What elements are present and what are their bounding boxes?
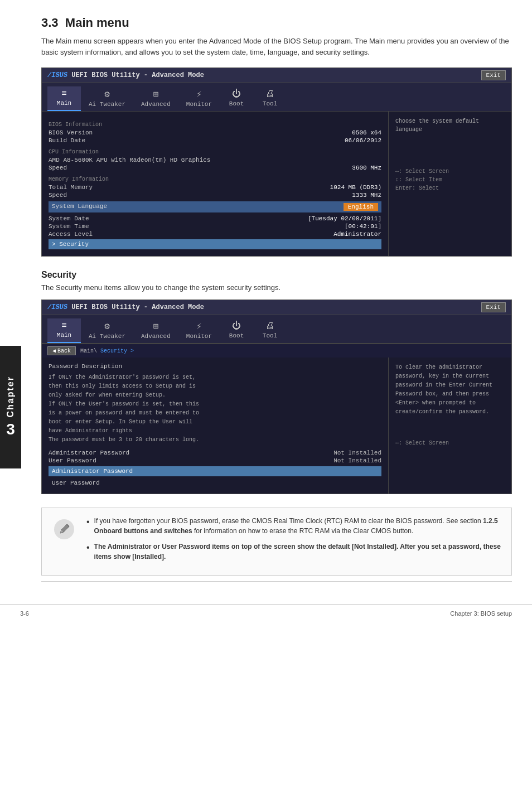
bios-password-right: To clear the administrator password, key… bbox=[389, 357, 511, 494]
memory-info-label: Memory Information bbox=[49, 176, 381, 182]
main-menu-intro: The Main menu screen appears when you en… bbox=[41, 36, 512, 57]
bios-breadcrumb: ◀ Back Main\ Security > bbox=[42, 344, 511, 357]
bios-tab-aitweaker-1[interactable]: ⚙ Ai Tweaker bbox=[81, 86, 133, 111]
selected-admin-pw[interactable]: Administrator Password bbox=[49, 466, 381, 476]
user-pw-value: Not Installed bbox=[333, 457, 381, 464]
notes-box: • If you have forgotten your BIOS passwo… bbox=[41, 508, 512, 576]
aitweaker-label-2: Ai Tweaker bbox=[89, 333, 125, 340]
cpu-speed-value: 3600 MHz bbox=[352, 165, 381, 171]
note-bullet-2: • bbox=[86, 541, 90, 554]
boot-label-1: Boot bbox=[229, 100, 244, 107]
notes-content: • If you have forgotten your BIOS passwo… bbox=[86, 516, 502, 567]
main-tab-label-1: Main bbox=[57, 100, 71, 107]
tool-label-2: Tool bbox=[263, 332, 277, 339]
admin-pw-value: Not Installed bbox=[333, 450, 381, 456]
boot-icon-1: ⏻ bbox=[232, 89, 241, 99]
tool-icon-1: 🖨 bbox=[265, 89, 274, 99]
note-text-2: The Administrator or User Password items… bbox=[94, 542, 502, 562]
bios-tab-advanced-1[interactable]: ⊞ Advanced bbox=[133, 86, 178, 111]
advanced-icon-1: ⊞ bbox=[153, 89, 159, 100]
system-time-label: System Time bbox=[49, 223, 89, 230]
note-text-1: If you have forgotten your BIOS password… bbox=[94, 516, 502, 536]
memory-speed-row: Speed 1333 MHz bbox=[49, 191, 381, 199]
bios-tab-aitweaker-2[interactable]: ⚙ Ai Tweaker bbox=[81, 318, 133, 343]
bios-topbar-1: /ISUS UEFI BIOS Utility - Advanced Mode … bbox=[42, 68, 511, 83]
boot-label-2: Boot bbox=[229, 332, 244, 339]
bios-tab-monitor-2[interactable]: ⚡ Monitor bbox=[178, 318, 220, 343]
bios-help-text-1: Choose the system default language bbox=[395, 118, 479, 133]
pw-desc-title: Password Description bbox=[49, 363, 381, 370]
chapter-tab: Chapter 3 bbox=[0, 346, 21, 468]
total-memory-value: 1024 MB (DDR3) bbox=[330, 184, 381, 191]
back-button[interactable]: ◀ Back bbox=[47, 346, 76, 355]
footer-enter-1: Enter: Select bbox=[395, 184, 505, 192]
bios-help-text-2: To clear the administrator password, key… bbox=[395, 364, 492, 415]
bios-password-body: Password Description If ONLY the Adminis… bbox=[42, 357, 511, 494]
bios-title-1: /ISUS UEFI BIOS Utility - Advanced Mode bbox=[47, 71, 204, 79]
bios-password-left: Password Description If ONLY the Adminis… bbox=[42, 357, 389, 494]
bios-version-row: BIOS Version 0506 x64 bbox=[49, 129, 381, 137]
bios-tab-monitor-1[interactable]: ⚡ Monitor bbox=[178, 86, 220, 111]
footer-divider bbox=[41, 581, 512, 582]
system-time-value: [00:42:01] bbox=[345, 223, 381, 230]
footer-select-item-1: ↕: Select Item bbox=[395, 176, 505, 184]
bios-tab-boot-1[interactable]: ⏻ Boot bbox=[220, 86, 253, 111]
main-tab-label-2: Main bbox=[57, 332, 71, 339]
footer-right: Chapter 3: BIOS setup bbox=[450, 610, 512, 617]
advanced-label-1: Advanced bbox=[141, 101, 171, 108]
footer-arrows-1: ↔: Select Screen bbox=[395, 167, 505, 176]
bios-topbar-2: /ISUS UEFI BIOS Utility - Advanced Mode … bbox=[42, 300, 511, 315]
bios-exit-btn-2[interactable]: Exit bbox=[481, 302, 506, 312]
security-row[interactable]: > Security bbox=[49, 239, 381, 249]
user-pw-label: User Password bbox=[49, 457, 96, 464]
system-language-value: English bbox=[344, 203, 378, 211]
user-pw-row: User Password Not Installed bbox=[49, 457, 381, 465]
system-language-row[interactable]: System Language English bbox=[49, 201, 381, 212]
cpu-model-row: AMD A8-5600K APU with Radeon(tm) HD Grap… bbox=[49, 156, 381, 164]
asus-logo-2: /ISUS bbox=[47, 303, 67, 311]
bios-title-2: /ISUS UEFI BIOS Utility - Advanced Mode bbox=[47, 303, 204, 311]
security-section-title: Security bbox=[41, 270, 512, 280]
boot-icon-2: ⏻ bbox=[232, 321, 241, 331]
bios-nav-1: ≡ Main ⚙ Ai Tweaker ⊞ Advanced ⚡ Monitor… bbox=[42, 83, 511, 112]
build-date-row: Build Date 06/06/2012 bbox=[49, 137, 381, 144]
cpu-model-value: AMD A8-5600K APU with Radeon(tm) HD Grap… bbox=[49, 157, 210, 163]
tool-label-1: Tool bbox=[263, 100, 277, 107]
cpu-speed-row: Speed 3600 MHz bbox=[49, 164, 381, 172]
bios-body-1: BIOS Information BIOS Version 0506 x64 B… bbox=[42, 112, 511, 256]
aitweaker-icon-1: ⚙ bbox=[104, 89, 110, 100]
memory-speed-label: Speed bbox=[49, 192, 67, 199]
admin-pw-label: Administrator Password bbox=[49, 450, 129, 456]
bios-tab-boot-2[interactable]: ⏻ Boot bbox=[220, 318, 253, 343]
bios-tab-main-1[interactable]: ≡ Main bbox=[47, 86, 81, 111]
monitor-label-2: Monitor bbox=[186, 333, 212, 340]
section-3-3-title: 3.3 Main menu bbox=[41, 16, 512, 30]
breadcrumb-path: Main\ Security > bbox=[80, 348, 134, 354]
footer-left: 3-6 bbox=[20, 610, 29, 617]
main-tab-icon-1: ≡ bbox=[61, 89, 67, 99]
security-intro: The Security menu items allow you to cha… bbox=[41, 283, 512, 292]
footer-arrows-2: ↔: Select Screen bbox=[395, 439, 505, 448]
bios-tab-tool-1[interactable]: 🖨 Tool bbox=[253, 86, 287, 111]
bios-version-value: 0506 x64 bbox=[352, 129, 381, 136]
bios-left-panel-1: BIOS Information BIOS Version 0506 x64 B… bbox=[42, 112, 389, 256]
main-tab-icon-2: ≡ bbox=[61, 321, 67, 331]
notes-icon bbox=[51, 516, 78, 543]
bios-tab-main-2[interactable]: ≡ Main bbox=[47, 318, 81, 343]
selected-user-pw[interactable]: User Password bbox=[49, 478, 381, 488]
build-date-value: 06/06/2012 bbox=[345, 137, 381, 144]
build-date-label: Build Date bbox=[49, 137, 85, 144]
monitor-icon-2: ⚡ bbox=[196, 321, 202, 332]
pencil-icon bbox=[53, 518, 75, 540]
bios-tab-advanced-2[interactable]: ⊞ Advanced bbox=[133, 318, 178, 343]
active-breadcrumb: Security > bbox=[97, 348, 134, 354]
advanced-label-2: Advanced bbox=[141, 333, 171, 340]
access-level-value: Administrator bbox=[333, 231, 381, 238]
note-bullet-1: • bbox=[86, 515, 90, 529]
bios-exit-btn-1[interactable]: Exit bbox=[481, 70, 506, 80]
system-date-value: [Tuesday 02/08/2011] bbox=[308, 215, 381, 222]
access-level-label: Access Level bbox=[49, 231, 93, 238]
section-number: 3.3 bbox=[41, 16, 59, 30]
bios-tab-tool-2[interactable]: 🖨 Tool bbox=[253, 318, 287, 343]
section-name: Main menu bbox=[65, 16, 129, 30]
